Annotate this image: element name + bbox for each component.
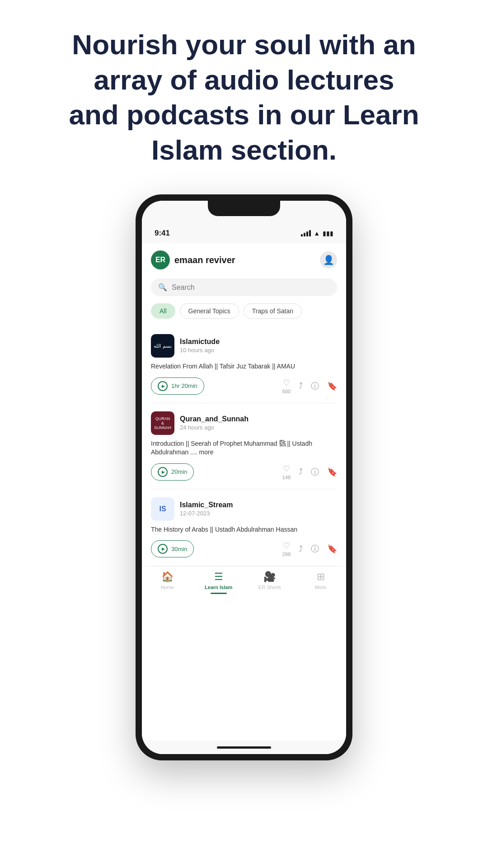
- bookmark-icon: 🔖: [327, 381, 337, 391]
- app-content: ER emaan reviver 👤 🔍 All General Topics …: [142, 243, 346, 741]
- avatar-qs-text: QURAN&SUNNAH: [154, 416, 171, 430]
- search-icon: 🔍: [158, 283, 167, 292]
- nav-label-more: More: [315, 585, 326, 590]
- home-indicator: [142, 741, 346, 754]
- nav-item-er-shorts[interactable]: 🎥 ER Shorts: [256, 571, 283, 594]
- avatar: بسم الله: [151, 334, 174, 358]
- share-icon: ⤴: [299, 544, 303, 554]
- learn-islam-nav-icon: ☰: [214, 571, 223, 583]
- status-bar: 9:41 ▲ ▮▮▮: [142, 223, 346, 243]
- app-name: emaan reviver: [174, 255, 235, 265]
- bookmark-icon: 🔖: [327, 544, 337, 554]
- share-icon: ⤴: [299, 467, 303, 476]
- channel-name: Quran_and_Sunnah: [180, 415, 249, 423]
- action-group: ♡ 500 ⤴ ⓘ 🔖: [282, 378, 337, 394]
- item-header: IS Islamic_Stream 12-07-2023: [151, 497, 337, 521]
- phone-mockup: 9:41 ▲ ▮▮▮ ER emaan revi: [136, 194, 352, 760]
- item-title: Revelation From Allah || Tafsir Juz Taba…: [151, 362, 337, 371]
- list-item: IS Islamic_Stream 12-07-2023 The History…: [151, 489, 337, 566]
- content-list: بسم الله Islamictude 10 hours ago Revela…: [142, 326, 346, 566]
- bookmark-icon: 🔖: [327, 467, 337, 477]
- signal-icon: [301, 230, 311, 236]
- like-count: 500: [282, 389, 291, 394]
- share-icon: ⤴: [299, 381, 303, 391]
- item-actions: ▶ 1hr 20min ♡ 500 ⤴: [151, 377, 337, 395]
- filter-tab-traps[interactable]: Traps of Satan: [244, 303, 302, 319]
- like-button[interactable]: ♡ 298: [282, 541, 291, 557]
- time-ago: 24 hours ago: [180, 424, 214, 431]
- share-button[interactable]: ⤴: [299, 381, 303, 391]
- filter-tab-general[interactable]: General Topics: [180, 303, 239, 319]
- time-ago: 12-07-2023: [180, 510, 210, 517]
- duration-label: 30min: [171, 546, 187, 552]
- list-item: QURAN&SUNNAH Quran_and_Sunnah 24 hours a…: [151, 403, 337, 489]
- wifi-icon: ▲: [314, 230, 320, 237]
- filter-tabs: All General Topics Traps of Satan: [142, 303, 346, 326]
- item-header: QURAN&SUNNAH Quran_and_Sunnah 24 hours a…: [151, 411, 337, 435]
- avatar: IS: [151, 497, 174, 521]
- play-circle-icon: ▶: [158, 544, 168, 554]
- bookmark-button[interactable]: 🔖: [327, 381, 337, 391]
- item-title: The History of Arabs || Ustadh Abdulrahm…: [151, 525, 337, 534]
- item-meta: Islamic_Stream 12-07-2023: [180, 501, 233, 517]
- play-icon: ▶: [162, 547, 165, 551]
- nav-label-learn-islam: Learn Islam: [205, 585, 232, 590]
- app-logo: ER emaan reviver: [151, 250, 235, 269]
- avatar-text: بسم الله: [154, 343, 171, 349]
- item-title: Introduction || Seerah of Prophet Muhamm…: [151, 439, 337, 457]
- search-bar[interactable]: 🔍: [151, 278, 337, 296]
- info-icon: ⓘ: [311, 543, 319, 554]
- home-nav-icon: 🏠: [161, 571, 174, 583]
- heart-icon: ♡: [283, 541, 290, 551]
- search-input[interactable]: [172, 283, 330, 292]
- avatar: QURAN&SUNNAH: [151, 411, 174, 435]
- profile-button[interactable]: 👤: [320, 251, 337, 269]
- notch: [208, 201, 280, 216]
- hero-section: Nourish your soul with an array of audio…: [68, 27, 420, 167]
- battery-icon: ▮▮▮: [323, 230, 333, 237]
- like-button[interactable]: ♡ 500: [282, 378, 291, 394]
- hero-title: Nourish your soul with an array of audio…: [68, 27, 420, 167]
- duration-label: 1hr 20min: [171, 382, 197, 389]
- logo-text: ER: [155, 256, 165, 264]
- play-button[interactable]: ▶ 20min: [151, 463, 194, 481]
- item-meta: Quran_and_Sunnah 24 hours ago: [180, 415, 249, 431]
- channel-name: Islamic_Stream: [180, 501, 233, 509]
- status-icons: ▲ ▮▮▮: [301, 230, 333, 237]
- info-button[interactable]: ⓘ: [311, 467, 319, 477]
- nav-item-home[interactable]: 🏠 Home: [154, 571, 181, 594]
- nav-label-home: Home: [161, 585, 174, 590]
- item-actions: ▶ 20min ♡ 148 ⤴: [151, 463, 337, 481]
- duration-label: 20min: [171, 468, 187, 475]
- home-bar: [217, 746, 271, 749]
- bookmark-button[interactable]: 🔖: [327, 544, 337, 554]
- play-button[interactable]: ▶ 30min: [151, 540, 194, 557]
- info-button[interactable]: ⓘ: [311, 381, 319, 392]
- status-time: 9:41: [155, 229, 170, 238]
- info-icon: ⓘ: [311, 381, 319, 392]
- play-button[interactable]: ▶ 1hr 20min: [151, 377, 204, 395]
- item-header: بسم الله Islamictude 10 hours ago: [151, 334, 337, 358]
- play-icon: ▶: [162, 384, 165, 388]
- filter-tab-all[interactable]: All: [151, 303, 175, 319]
- more-nav-icon: ⊞: [317, 571, 325, 583]
- nav-item-more[interactable]: ⊞ More: [307, 571, 334, 594]
- logo-circle: ER: [151, 250, 170, 269]
- share-button[interactable]: ⤴: [299, 544, 303, 554]
- bookmark-button[interactable]: 🔖: [327, 467, 337, 477]
- play-icon: ▶: [162, 470, 165, 474]
- action-group: ♡ 298 ⤴ ⓘ 🔖: [282, 541, 337, 557]
- item-actions: ▶ 30min ♡ 298 ⤴: [151, 540, 337, 557]
- er-shorts-nav-icon: 🎥: [263, 571, 276, 583]
- nav-label-er-shorts: ER Shorts: [258, 585, 281, 590]
- profile-icon: 👤: [323, 255, 334, 265]
- play-circle-icon: ▶: [158, 467, 168, 477]
- info-button[interactable]: ⓘ: [311, 543, 319, 554]
- nav-item-learn-islam[interactable]: ☰ Learn Islam: [205, 571, 232, 594]
- info-icon: ⓘ: [311, 467, 319, 477]
- share-button[interactable]: ⤴: [299, 467, 303, 476]
- like-button[interactable]: ♡ 148: [282, 464, 291, 480]
- bottom-nav: 🏠 Home ☰ Learn Islam 🎥 ER Shorts ⊞ More: [142, 566, 346, 605]
- list-item: بسم الله Islamictude 10 hours ago Revela…: [151, 326, 337, 403]
- item-meta: Islamictude 10 hours ago: [180, 338, 220, 354]
